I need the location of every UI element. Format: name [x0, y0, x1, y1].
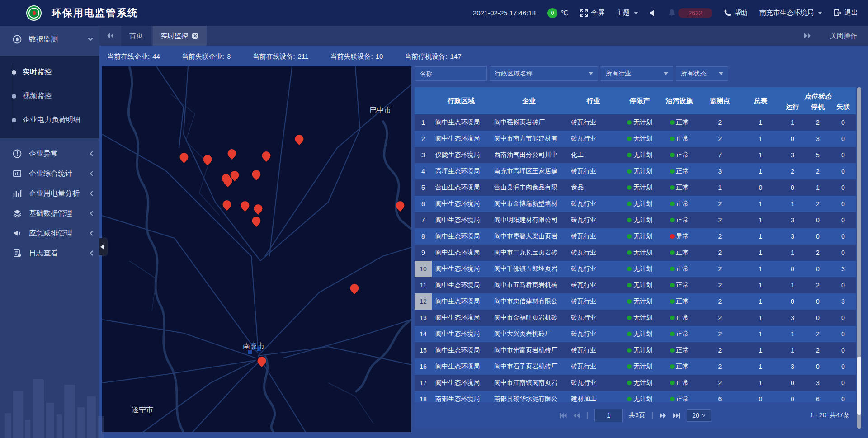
table-row[interactable]: 18南部生态环境局南部县砌华水泥有限公建材加工无计划正常60060: [415, 391, 856, 402]
sidebar-item-power-usage-analysis[interactable]: 企业用电量分析: [0, 184, 99, 203]
status-filter-select[interactable]: 所有状态: [676, 66, 728, 81]
table-row[interactable]: 7阆中生态环境局阆中明阳建材有限公司砖瓦行业无计划正常21300: [415, 212, 856, 228]
help-button[interactable]: 帮助: [724, 9, 748, 17]
cell-region: 阆中生态环境局: [432, 314, 491, 322]
sidebar-item-power-load-detail[interactable]: 企业电力负荷明细: [0, 108, 99, 132]
cell-run-count: 0: [780, 396, 805, 402]
cell-monitor-count: 2: [698, 347, 741, 354]
close-operations-button[interactable]: 关闭操作: [830, 32, 857, 40]
close-tab-icon[interactable]: [192, 33, 198, 39]
sidebar-item-realtime-monitor[interactable]: 实时监控: [0, 60, 99, 84]
log-document-icon: [13, 249, 22, 258]
cell-lost-count: 0: [830, 119, 856, 126]
stats-window-icon: [13, 169, 22, 178]
cell-meter-count: 1: [741, 282, 780, 289]
cell-stop-count: 1: [805, 184, 830, 191]
cell-lost-count: 0: [830, 200, 856, 207]
table-row[interactable]: 9阆中生态环境局阆中市二龙长宝页岩砖砖瓦行业无计划正常21120: [415, 245, 856, 261]
cell-row-number: 3: [415, 147, 432, 163]
table-row[interactable]: 2阆中生态环境局阆中市南方节能建材有砖瓦行业无计划正常21030: [415, 131, 856, 147]
table-row[interactable]: 17阆中生态环境局阆中市江南镇阆南页岩砖瓦行业无计划正常21030: [415, 375, 856, 391]
cell-run-count: 0: [780, 265, 805, 273]
cell-stop-count: 3: [805, 379, 830, 386]
cell-limit-status: 无计划: [619, 363, 660, 371]
page-size-select[interactable]: 20: [687, 409, 711, 422]
first-page-button[interactable]: [559, 413, 567, 419]
table-row[interactable]: 5营山生态环境局营山县润丰肉食品有限食品无计划正常10010: [415, 179, 856, 196]
table-row[interactable]: 13阆中生态环境局阆中市金福旺页岩机砖砖瓦行业无计划正常21300: [415, 310, 856, 326]
col-index: [415, 87, 432, 114]
page-number-input[interactable]: [594, 409, 623, 422]
cell-industry: 砖瓦行业: [567, 135, 619, 143]
cell-region: 阆中生态环境局: [432, 281, 491, 289]
temperature-widget: 0 ℃: [547, 8, 568, 18]
next-page-button[interactable]: [660, 413, 666, 419]
region-filter-select[interactable]: 行政区域名称: [490, 66, 598, 81]
table-row[interactable]: 15阆中生态环境局阆中市光富页岩机砖厂砖瓦行业无计划正常21120: [415, 342, 856, 358]
sidebar-item-enterprise-statistics[interactable]: 企业综合统计: [0, 164, 99, 184]
map-canvas[interactable]: 巴中市南充市遂宁市: [102, 66, 411, 432]
tabs-scroll-right-button[interactable]: [797, 33, 818, 38]
theme-dropdown[interactable]: 主题: [616, 9, 638, 17]
cell-stop-count: 0: [805, 314, 830, 321]
sidebar-item-video-monitor[interactable]: 视频监控: [0, 84, 99, 108]
logout-button[interactable]: 退出: [834, 9, 858, 17]
cell-limit-status: 无计划: [619, 232, 660, 240]
col-meter: 总表: [741, 87, 780, 114]
cell-run-count: 2: [780, 168, 805, 175]
cell-limit-status: 无计划: [619, 330, 660, 338]
industry-filter-select[interactable]: 所有行业: [601, 66, 673, 81]
cell-run-count: 1: [780, 347, 805, 354]
org-dropdown[interactable]: 南充市生态环境局: [760, 9, 822, 17]
status-dot-icon: [670, 332, 675, 336]
fullscreen-button[interactable]: 全屏: [580, 9, 604, 17]
table-row[interactable]: 6阆中生态环境局阆中市金博瑞新型墙材砖瓦行业无计划正常21120: [415, 196, 856, 212]
status-dot-icon: [627, 316, 632, 320]
stat-online-enterprises: 当前在线企业:44: [107, 52, 160, 61]
sidebar-item-log-view[interactable]: 日志查看: [0, 243, 99, 263]
cell-stop-count: 2: [805, 330, 830, 338]
cell-industry: 砖瓦行业: [567, 297, 619, 306]
cell-meter-count: 1: [741, 249, 780, 256]
cell-company: 阆中市石子页岩机砖厂: [491, 363, 567, 371]
sidebar-item-enterprise-abnormal[interactable]: 企业异常: [0, 144, 99, 164]
table-row[interactable]: 3仪陇生态环境局西南油气田分公司川中化工无计划正常71350: [415, 147, 856, 163]
table-row[interactable]: 4高坪生态环境局南充市高坪区王家店建砖瓦行业无计划正常31220: [415, 163, 856, 179]
cell-limit-status: 无计划: [619, 346, 660, 354]
cell-meter-count: 0: [741, 396, 780, 402]
sound-button[interactable]: [650, 10, 657, 16]
name-filter-input[interactable]: [415, 66, 487, 81]
sidebar-item-emergency-reduction[interactable]: 应急减排管理: [0, 223, 99, 243]
col-lost: 失联: [830, 103, 856, 111]
table-row[interactable]: 14阆中生态环境局阆中大兴页岩机砖厂砖瓦行业无计划正常21120: [415, 326, 856, 342]
chevron-down-icon: [88, 38, 93, 41]
cell-facility-status: 正常: [660, 346, 698, 354]
cell-row-number: 6: [415, 196, 432, 212]
last-page-button[interactable]: [673, 413, 680, 419]
tab-home[interactable]: 首页: [121, 26, 151, 46]
cell-limit-status: 无计划: [619, 281, 660, 289]
chevron-down-icon: [702, 414, 706, 417]
cell-lost-count: 0: [830, 184, 856, 191]
cell-facility-status: 正常: [660, 118, 698, 127]
table-row[interactable]: 10阆中生态环境局阆中千佛镇五郎垭页岩砖瓦行业无计划正常21003: [415, 261, 856, 277]
notification-widget[interactable]: 2632: [669, 8, 712, 18]
prev-page-button[interactable]: [573, 413, 580, 419]
table-row[interactable]: 16阆中生态环境局阆中市石子页岩机砖厂砖瓦行业无计划正常21300: [415, 358, 856, 375]
tab-realtime-monitor[interactable]: 实时监控: [153, 26, 207, 46]
sidebar-item-base-data-management[interactable]: 基础数据管理: [0, 203, 99, 223]
chevron-left-icon: [100, 244, 104, 250]
cell-limit-status: 无计划: [619, 151, 660, 159]
table-row[interactable]: 8阆中生态环境局阆中市枣碧大梁山页岩砖瓦行业无计划异常21300: [415, 228, 856, 245]
table-row[interactable]: 12阆中生态环境局阆中市忠信建材有限公砖瓦行业无计划正常21003: [415, 293, 856, 310]
chevron-down-icon: [634, 12, 638, 14]
status-dot-icon: [670, 250, 675, 255]
sidebar-item-data-monitoring[interactable]: 数据监测: [0, 29, 99, 49]
table-row[interactable]: 1阆中生态环境局阆中强锐页岩砖厂砖瓦行业无计划正常21120: [415, 114, 856, 131]
tabs-scroll-left-button[interactable]: [99, 26, 121, 46]
cell-facility-status: 正常: [660, 167, 698, 175]
cell-monitor-count: 2: [698, 265, 741, 273]
scrollbar-thumb[interactable]: [857, 357, 861, 414]
table-row[interactable]: 11阆中生态环境局阆中市五马桥页岩机砖砖瓦行业无计划正常21120: [415, 277, 856, 293]
table-scrollbar[interactable]: [857, 87, 861, 429]
